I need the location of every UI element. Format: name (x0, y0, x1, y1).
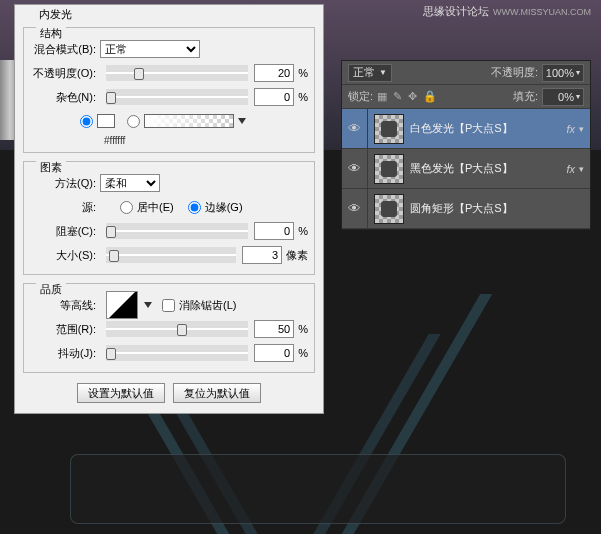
opacity-input[interactable] (254, 64, 294, 82)
chevron-down-icon[interactable]: ▾ (579, 164, 584, 174)
layer-opacity-input[interactable]: 100%▾ (542, 64, 584, 82)
range-input[interactable] (254, 320, 294, 338)
choke-input[interactable] (254, 222, 294, 240)
contour-picker[interactable] (106, 291, 138, 319)
glow-gradient-radio[interactable] (127, 115, 140, 128)
lock-all-icon[interactable]: 🔒 (423, 90, 437, 103)
reset-default-button[interactable]: 复位为默认值 (173, 383, 261, 403)
lock-position-icon[interactable]: ✥ (408, 90, 417, 103)
opacity-slider[interactable] (106, 65, 248, 81)
layer-name[interactable]: 白色发光【P大点S】 (410, 121, 566, 136)
visibility-icon[interactable]: 👁 (342, 109, 368, 148)
elements-group: 图素 方法(Q): 柔和 源: 居中(E) 边缘(G) 阻塞(C): % 大小(… (23, 161, 315, 275)
contour-label: 等高线: (30, 298, 100, 313)
structure-legend: 结构 (36, 26, 66, 41)
layer-thumbnail[interactable] (374, 194, 404, 224)
noise-input[interactable] (254, 88, 294, 106)
size-input[interactable] (242, 246, 282, 264)
technique-label: 方法(Q): (30, 176, 100, 191)
source-label: 源: (30, 200, 100, 215)
source-center-radio[interactable] (120, 201, 133, 214)
size-slider[interactable] (106, 247, 236, 263)
lock-transparency-icon[interactable]: ▦ (377, 90, 387, 103)
hex-value: #ffffff (104, 135, 125, 146)
visibility-icon[interactable]: 👁 (342, 189, 368, 228)
layer-row[interactable]: 👁 白色发光【P大点S】 fx▾ (342, 109, 590, 149)
layer-blend-select[interactable]: 正常▼ (348, 64, 392, 82)
bg-rounded-rect (70, 454, 566, 524)
source-edge-radio[interactable] (188, 201, 201, 214)
technique-select[interactable]: 柔和 (100, 174, 160, 192)
range-slider[interactable] (106, 321, 248, 337)
visibility-icon[interactable]: 👁 (342, 149, 368, 188)
chevron-down-icon[interactable]: ▾ (579, 124, 584, 134)
blend-label: 混合模式(B): (30, 42, 100, 57)
layer-thumbnail[interactable] (374, 154, 404, 184)
jitter-slider[interactable] (106, 345, 248, 361)
choke-slider[interactable] (106, 223, 248, 239)
dialog-title: 内发光 (35, 7, 76, 22)
layer-name[interactable]: 黑色发光【P大点S】 (410, 161, 566, 176)
noise-slider[interactable] (106, 89, 248, 105)
blend-mode-select[interactable]: 正常 (100, 40, 200, 58)
size-label: 大小(S): (30, 248, 100, 263)
color-swatch[interactable] (97, 114, 115, 128)
antialias-checkbox[interactable] (162, 299, 175, 312)
elements-legend: 图素 (36, 160, 66, 175)
range-label: 范围(R): (30, 322, 100, 337)
glow-color-radio[interactable] (80, 115, 93, 128)
make-default-button[interactable]: 设置为默认值 (77, 383, 165, 403)
jitter-label: 抖动(J): (30, 346, 100, 361)
watermark: 思缘设计论坛WWW.MISSYUAN.COM (423, 4, 591, 19)
gradient-preview[interactable] (144, 114, 234, 128)
layer-fill-input[interactable]: 0%▾ (542, 88, 584, 106)
layers-panel: 正常▼ 不透明度: 100%▾ 锁定: ▦ ✎ ✥ 🔒 填充: 0%▾ 👁 白色… (341, 60, 591, 230)
structure-group: 结构 混合模式(B): 正常 不透明度(O): % 杂色(N): % #ffff… (23, 27, 315, 153)
inner-glow-dialog: 内发光 结构 混合模式(B): 正常 不透明度(O): % 杂色(N): % #… (14, 4, 324, 414)
quality-legend: 品质 (36, 282, 66, 297)
layer-row[interactable]: 👁 圆角矩形【P大点S】 (342, 189, 590, 229)
choke-label: 阻塞(C): (30, 224, 100, 239)
contour-dropdown-icon[interactable] (144, 302, 152, 308)
layer-thumbnail[interactable] (374, 114, 404, 144)
lock-pixels-icon[interactable]: ✎ (393, 90, 402, 103)
noise-label: 杂色(N): (30, 90, 100, 105)
jitter-input[interactable] (254, 344, 294, 362)
layer-row[interactable]: 👁 黑色发光【P大点S】 fx▾ (342, 149, 590, 189)
quality-group: 品质 等高线: 消除锯齿(L) 范围(R): % 抖动(J): % (23, 283, 315, 373)
opacity-label: 不透明度(O): (30, 66, 100, 81)
gradient-dropdown-icon[interactable] (238, 118, 246, 124)
fx-badge[interactable]: fx (566, 123, 575, 135)
layer-name[interactable]: 圆角矩形【P大点S】 (410, 201, 590, 216)
fx-badge[interactable]: fx (566, 163, 575, 175)
